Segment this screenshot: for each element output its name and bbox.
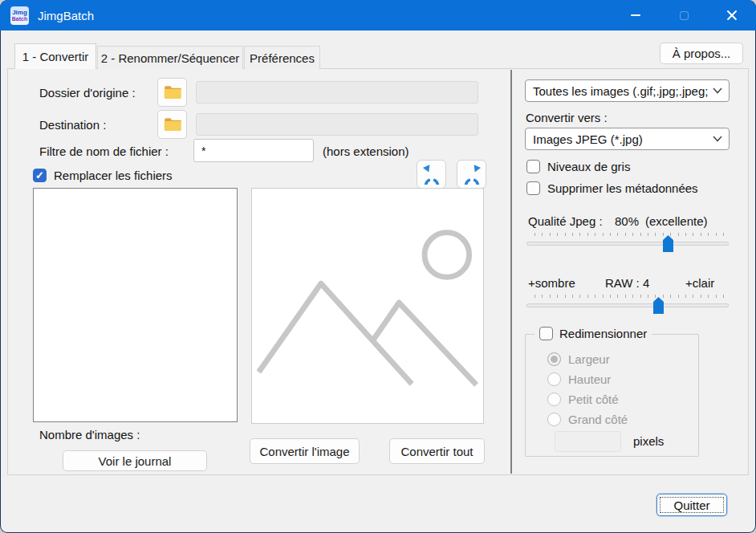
app-icon: Jimg Batch xyxy=(10,6,29,25)
radio-unselected-icon xyxy=(547,372,561,386)
app-icon-text-top: Jimg xyxy=(12,10,27,16)
file-listbox[interactable] xyxy=(33,188,238,422)
rotate-right-button[interactable] xyxy=(457,160,486,189)
radio-grand-cote-label: Grand côté xyxy=(568,413,628,426)
checkbox-unchecked-icon xyxy=(526,181,540,195)
rotate-counterclockwise-icon xyxy=(421,164,442,185)
raw-slider-ticks xyxy=(534,295,729,298)
tab-preferences[interactable]: Préférences xyxy=(244,46,320,69)
tab-convertir[interactable]: 1 - Convertir xyxy=(14,43,96,69)
radio-unselected-icon xyxy=(547,413,561,426)
quality-slider-track[interactable] xyxy=(526,242,729,246)
minimize-icon xyxy=(631,14,640,16)
convert-all-button[interactable]: Convertir tout xyxy=(389,438,485,464)
tab-renommer-sequencer[interactable]: 2 - Renommer/Séquencer xyxy=(97,46,243,69)
filter-hint-label: (hors extension) xyxy=(323,144,409,158)
quit-button[interactable]: Quitter xyxy=(656,494,727,516)
raw-slider-track[interactable] xyxy=(526,303,729,307)
radio-unselected-icon xyxy=(547,393,561,406)
image-count-label: Nombre d'images : xyxy=(39,428,140,441)
app-window: Jimg Batch JimgBatch 1 - Convertir 2 - R… xyxy=(0,0,756,533)
radio-largeur[interactable]: Largeur xyxy=(547,352,610,366)
filename-filter-label: Filtre de nom de fichier : xyxy=(39,144,169,158)
output-format-select[interactable]: Images JPEG (*.jpg) xyxy=(525,128,730,150)
checkbox-checked-icon xyxy=(33,169,47,182)
window-title: JimgBatch xyxy=(38,9,94,22)
resize-pixels-input xyxy=(555,431,621,452)
jpeg-quality-rating: (excellente) xyxy=(645,214,708,228)
chevron-down-icon xyxy=(713,87,722,94)
input-format-select[interactable]: Toutes les images (.gif;.jpg;.jpeg;.jp xyxy=(525,79,730,102)
quality-slider-thumb[interactable] xyxy=(663,235,673,252)
close-button[interactable] xyxy=(708,0,756,31)
folder-icon xyxy=(164,85,181,100)
source-folder-field xyxy=(196,81,478,104)
radio-hauteur[interactable]: Hauteur xyxy=(547,372,611,386)
radio-grand-cote[interactable]: Grand côté xyxy=(547,413,628,426)
folder-icon xyxy=(164,117,181,132)
convert-image-button[interactable]: Convertir l'image xyxy=(250,438,360,464)
rotate-clockwise-icon xyxy=(461,164,482,185)
jpeg-quality-value: 80% xyxy=(615,214,639,228)
destination-folder-button[interactable] xyxy=(157,110,187,139)
close-icon xyxy=(726,10,738,21)
jpeg-quality-label: Qualité Jpeg : xyxy=(528,214,603,228)
quality-slider-ticks xyxy=(534,233,729,236)
replace-files-checkbox[interactable]: Remplacer les fichiers xyxy=(33,169,173,182)
checkbox-unchecked-icon xyxy=(526,160,540,173)
destination-field xyxy=(196,113,478,136)
convert-to-label: Convertir vers : xyxy=(526,111,608,124)
rotate-left-button[interactable] xyxy=(417,160,446,189)
chevron-down-icon xyxy=(713,136,722,142)
tab-preferences-label: Préférences xyxy=(250,51,315,65)
raw-darker-label: +sombre xyxy=(528,276,575,290)
window-controls xyxy=(612,0,756,31)
grayscale-label: Niveaux de gris xyxy=(547,160,630,173)
destination-label: Destination : xyxy=(39,118,106,132)
raw-lighter-label: +clair xyxy=(685,276,714,290)
maximize-button xyxy=(660,0,708,31)
radio-largeur-label: Largeur xyxy=(568,352,610,366)
radio-hauteur-label: Hauteur xyxy=(568,372,611,386)
source-folder-label: Dossier d'origine : xyxy=(39,86,136,100)
strip-metadata-checkbox[interactable]: Supprimer les métadonnées xyxy=(526,181,698,195)
image-placeholder-icon xyxy=(252,189,483,423)
source-folder-button[interactable] xyxy=(157,78,187,107)
title-bar: Jimg Batch JimgBatch xyxy=(0,0,756,31)
image-preview xyxy=(251,188,484,424)
radio-petit-cote-label: Petit côté xyxy=(568,393,619,406)
input-format-value: Toutes les images (.gif;.jpg;.jpeg;.jp xyxy=(533,84,708,98)
strip-metadata-label: Supprimer les métadonnées xyxy=(547,181,698,195)
panel-divider xyxy=(510,70,512,474)
maximize-icon xyxy=(680,11,689,20)
about-button[interactable]: À propos... xyxy=(660,43,743,64)
grayscale-checkbox[interactable]: Niveaux de gris xyxy=(526,160,630,173)
output-format-value: Images JPEG (*.jpg) xyxy=(533,132,708,146)
checkbox-unchecked-icon xyxy=(539,327,553,340)
tab-convertir-label: 1 - Convertir xyxy=(22,50,89,63)
filename-filter-input[interactable] xyxy=(193,139,314,162)
app-icon-text-bottom: Batch xyxy=(12,16,27,22)
resize-label: Redimensionner xyxy=(559,327,647,340)
tab-renommer-label: 2 - Renommer/Séquencer xyxy=(101,51,240,65)
resize-group: Redimensionner Largeur Hauteur Petit côt… xyxy=(525,334,699,457)
radio-petit-cote[interactable]: Petit côté xyxy=(547,393,619,406)
view-log-button[interactable]: Voir le journal xyxy=(63,450,207,471)
resize-checkbox[interactable]: Redimensionner xyxy=(534,327,652,340)
raw-slider-thumb[interactable] xyxy=(653,297,664,314)
pixels-label: pixels xyxy=(633,434,664,448)
radio-selected-icon xyxy=(547,352,561,366)
raw-value-label: RAW : 4 xyxy=(605,276,649,290)
convert-tab-page: Dossier d'origine : Destination : Filtre… xyxy=(7,68,749,475)
replace-files-label: Remplacer les fichiers xyxy=(54,169,173,182)
minimize-button[interactable] xyxy=(612,0,660,31)
